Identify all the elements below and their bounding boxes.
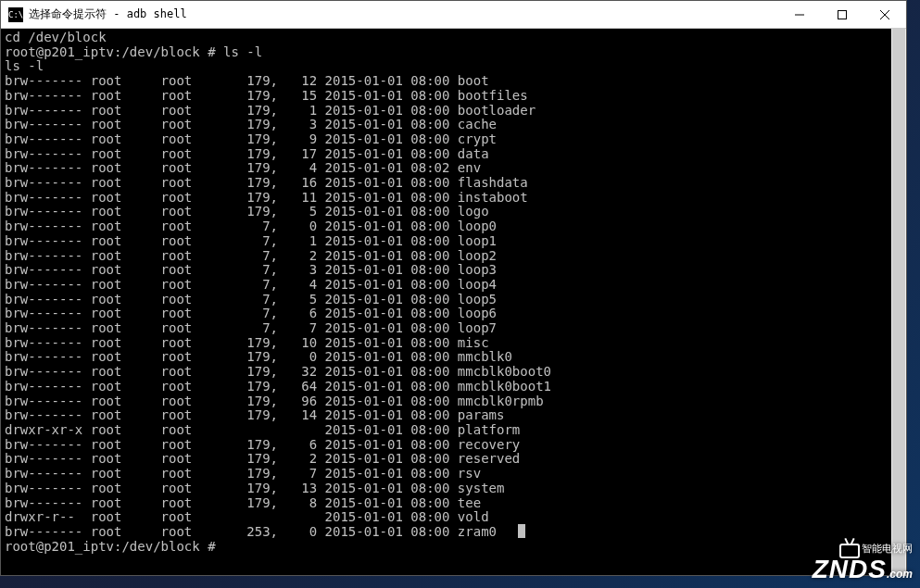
- scrollbar[interactable]: [891, 29, 906, 576]
- svg-rect-1: [838, 10, 847, 19]
- minimize-icon: [795, 10, 804, 19]
- window-title: 选择命令提示符 - adb shell: [29, 6, 778, 22]
- window-controls: [778, 1, 906, 28]
- minimize-button[interactable]: [778, 1, 821, 28]
- watermark-top-text: 智能电视网: [862, 543, 913, 554]
- terminal-output[interactable]: cd /dev/block root@p201_iptv:/dev/block …: [1, 29, 906, 575]
- watermark-logo: 智能电视网 ZNDS.com: [813, 544, 913, 582]
- text-cursor: [518, 524, 525, 538]
- watermark-main-text: ZNDS: [813, 555, 887, 583]
- watermark-suffix: .com: [887, 568, 913, 581]
- cmd-icon: C:\: [8, 7, 23, 22]
- desktop-background: C:\ 选择命令提示符 - adb shell cd /dev/block ro…: [0, 0, 920, 588]
- close-icon: [880, 10, 889, 19]
- cmd-window: C:\ 选择命令提示符 - adb shell cd /dev/block ro…: [0, 0, 907, 576]
- maximize-button[interactable]: [821, 1, 863, 28]
- close-button[interactable]: [863, 1, 906, 28]
- scrollbar-thumb[interactable]: [892, 29, 905, 576]
- maximize-icon: [838, 10, 847, 19]
- titlebar[interactable]: C:\ 选择命令提示符 - adb shell: [1, 1, 906, 29]
